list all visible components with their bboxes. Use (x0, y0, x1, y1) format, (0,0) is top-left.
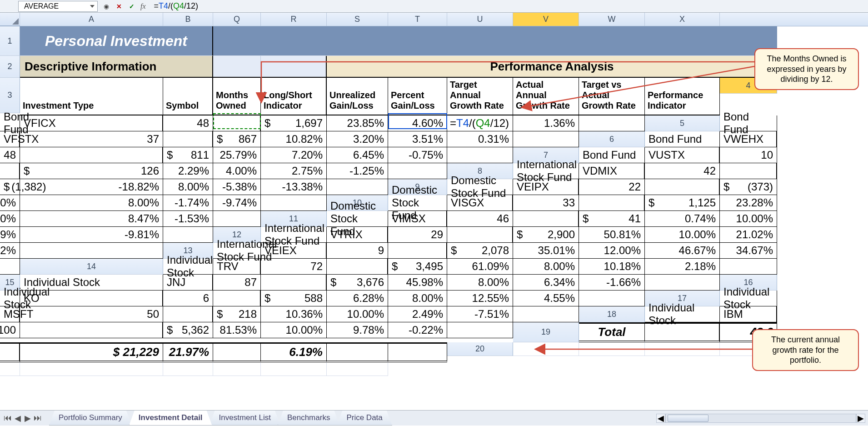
cell-perf-9[interactable] (261, 195, 327, 211)
row-header-18[interactable]: 18 (579, 306, 645, 322)
cell-ls-5[interactable] (163, 131, 213, 147)
hscroll-right[interactable]: ▶ (856, 414, 865, 423)
cell-v-10[interactable]: 8.47% (20, 211, 163, 227)
cell-pct-16[interactable]: 6.28% (327, 291, 388, 306)
cell-symbol-4[interactable]: VFICX (20, 115, 163, 131)
cell-type-16[interactable]: Individual Stock (0, 291, 20, 306)
cell-perf-16[interactable] (579, 291, 645, 306)
cell-pct-9[interactable]: -3.20% (0, 195, 20, 211)
cell-v-6[interactable]: 6.45% (327, 147, 388, 163)
cell-type-9[interactable]: Domestic Stock Fund (447, 179, 513, 195)
cell-v-14[interactable]: 10.18% (579, 259, 645, 275)
cell-type-18[interactable]: Individual Stock (645, 306, 720, 322)
cell-tva-8[interactable]: -13.38% (261, 179, 327, 195)
cell-perf-13[interactable] (0, 259, 20, 275)
cell-ls-18[interactable] (20, 322, 163, 338)
tab-nav-next[interactable]: ▶ (23, 413, 33, 423)
cell-ls-11[interactable] (513, 211, 579, 227)
cell-tva-7[interactable]: -1.25% (327, 163, 388, 179)
cell-target-5[interactable]: 3.20% (327, 131, 388, 147)
cell-target-9[interactable]: 8.00% (20, 195, 163, 211)
cell-symbol-14[interactable]: TRV (213, 259, 261, 275)
cell-target-6[interactable]: 7.20% (261, 147, 327, 163)
cell-months-9[interactable]: 22 (579, 179, 645, 195)
horizontal-scrollbar[interactable]: ◀ ▶ (656, 414, 868, 423)
col-header-X[interactable]: X (645, 13, 720, 26)
col-header-W[interactable]: W (579, 13, 645, 26)
cell-gain-5[interactable]: $867 (213, 131, 261, 147)
cell-symbol-13[interactable]: VEIEX (261, 243, 327, 259)
cell-symbol-8[interactable]: VDMIX (579, 163, 645, 179)
sheet-tab-portfolio-summary[interactable]: Portfolio Summary (49, 411, 132, 426)
row-header-19[interactable]: 19 (513, 322, 579, 342)
cell-v-17[interactable]: 2.49% (388, 306, 447, 322)
cell-tva-18[interactable]: -0.22% (388, 322, 447, 338)
cell-tva-14[interactable]: 2.18% (645, 259, 720, 275)
cell-ls-17[interactable] (163, 306, 213, 322)
cell-gain-4[interactable]: $1,697 (261, 115, 327, 131)
cell-perf-15[interactable] (645, 275, 720, 291)
hscroll-left[interactable]: ◀ (656, 414, 665, 423)
col-header-B[interactable]: B (163, 13, 213, 26)
cell-ls-4[interactable] (213, 115, 261, 131)
cell-pct-6[interactable]: 25.79% (213, 147, 261, 163)
cell-type-14[interactable]: Individual Stock (163, 259, 213, 275)
cell-months-12[interactable]: 29 (388, 227, 447, 243)
cell-tva-5[interactable]: 0.31% (447, 131, 513, 147)
formula-input[interactable]: =T4/(Q4/12) (150, 1, 868, 12)
range-selector-icon[interactable]: ◉ (102, 2, 110, 10)
cell-gain-7[interactable]: $126 (20, 163, 163, 179)
cell-target-16[interactable]: 8.00% (388, 291, 447, 306)
cell-pct-13[interactable]: 35.01% (513, 243, 579, 259)
cell-perf-10[interactable] (213, 211, 261, 227)
cell-pct-11[interactable]: 0.74% (645, 211, 720, 227)
cell-perf-11[interactable] (163, 227, 213, 243)
cell-ls-9[interactable] (645, 179, 720, 195)
cell-ls-14[interactable] (327, 259, 388, 275)
cell-perf-8[interactable] (327, 179, 388, 195)
cell-tva-11[interactable]: -9.81% (20, 227, 163, 243)
cell-gain-13[interactable]: $2,078 (447, 243, 513, 259)
sheet-tab-benchmarks[interactable]: Benchmarks (278, 411, 339, 426)
cell-months-13[interactable]: 9 (327, 243, 388, 259)
cell-perf-14[interactable] (720, 259, 777, 275)
row-header-3[interactable]: 3 (0, 78, 20, 113)
cell-type-6[interactable]: Bond Fund (645, 131, 720, 147)
row-header-14[interactable]: 14 (20, 259, 163, 275)
cell-tva-10[interactable]: -1.53% (163, 211, 213, 227)
cell-type-8[interactable]: International Stock Fund (513, 163, 579, 179)
sheet-tab-investment-detail[interactable]: Investment Detail (129, 411, 212, 426)
cell-gain-12[interactable]: $2,900 (513, 227, 579, 243)
cell-months-17[interactable]: 50 (20, 306, 163, 322)
cell-type-13[interactable]: International Stock Fund (213, 243, 261, 259)
cell-symbol-9[interactable]: VEIPX (513, 179, 579, 195)
cell-v-11[interactable]: 0.19% (0, 227, 20, 243)
cell-tva-4[interactable]: 1.36% (513, 115, 579, 131)
cell-pct-17[interactable]: 10.36% (261, 306, 327, 322)
sheet-tab-investment-list[interactable]: Investment List (210, 411, 280, 426)
cell-perf-6[interactable] (447, 147, 513, 163)
cell-tva-6[interactable]: -0.75% (388, 147, 447, 163)
cell-symbol-7[interactable]: VUSTX (645, 147, 720, 163)
cell-months-5[interactable]: 37 (20, 131, 163, 147)
cell-target-4[interactable]: 4.60% (388, 115, 447, 131)
cell-perf-5[interactable] (513, 131, 579, 147)
cell-gain-8[interactable]: $(1,382) (0, 179, 20, 195)
row-header-20[interactable]: 20 (447, 342, 513, 356)
col-header-V[interactable]: V (513, 13, 579, 26)
hscroll-track[interactable] (665, 414, 856, 423)
cell-pct-5[interactable]: 10.82% (261, 131, 327, 147)
col-header-Q[interactable]: Q (213, 13, 261, 26)
cell-v-15[interactable]: 6.34% (513, 275, 579, 291)
cell-target-7[interactable]: 4.00% (213, 163, 261, 179)
cell-symbol-16[interactable]: KO (20, 291, 163, 306)
cell-target-18[interactable]: 10.00% (261, 322, 327, 338)
cell-months-15[interactable]: 87 (213, 275, 261, 291)
sheet-tab-price-data[interactable]: Price Data (337, 411, 392, 426)
cell-v-7[interactable]: 2.75% (261, 163, 327, 179)
cell-gain-17[interactable]: $218 (213, 306, 261, 322)
cell-v-5[interactable]: 3.51% (388, 131, 447, 147)
cell-ls-10[interactable] (579, 195, 645, 211)
cell-months-4[interactable]: 48 (163, 115, 213, 131)
grid[interactable]: 1 Personal Investment 2 Descriptive Info… (0, 26, 868, 376)
